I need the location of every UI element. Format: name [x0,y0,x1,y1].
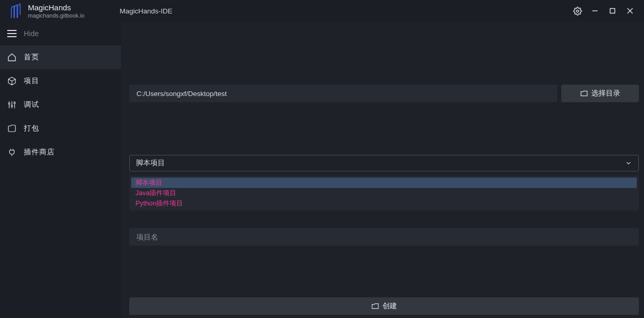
sidebar-item-label: 插件商店 [24,148,55,157]
dropdown-option-script[interactable]: 脚本项目 [131,178,637,188]
minimize-button[interactable] [586,0,604,22]
sliders-icon [0,100,24,109]
sidebar-item-package[interactable]: 打包 [0,117,121,140]
svg-rect-2 [610,9,615,13]
choose-directory-label: 选择目录 [591,89,620,98]
settings-button[interactable] [569,0,586,22]
project-type-select[interactable]: 脚本项目 [129,155,639,171]
select-current-label: 脚本项目 [136,158,165,168]
dropdown-option-python[interactable]: Python插件项目 [131,198,637,209]
sidebar-item-label: 打包 [24,124,39,133]
window-title: MagicHands-IDE [119,7,172,15]
svg-point-13 [14,102,16,104]
package-icon [0,124,24,133]
sidebar: Hide 首页 项目 调试 打包 [0,22,121,318]
sidebar-toggle[interactable]: Hide [0,22,121,45]
sidebar-item-project[interactable]: 项目 [0,69,121,93]
svg-point-9 [8,103,10,104]
app-logo [5,3,26,19]
folder-icon [371,303,379,310]
sidebar-item-label: 首页 [24,53,39,62]
create-label: 创建 [382,301,397,311]
svg-point-0 [576,10,578,12]
brand-title: MagicHands [28,3,84,12]
chevron-down-icon [625,160,632,167]
hide-label: Hide [24,29,39,38]
sidebar-item-label: 项目 [24,76,39,86]
folder-icon [580,90,588,97]
sidebar-item-home[interactable]: 首页 [0,45,121,69]
svg-point-11 [11,105,13,107]
project-type-dropdown: 脚本项目 Java插件项目 Python插件项目 [129,176,639,211]
brand-subtitle: magichands.gitbook.io [28,12,84,19]
main-panel: 选择目录 脚本项目 脚本项目 Java插件项目 Python插件项目 [121,22,644,318]
hamburger-icon [0,30,24,37]
maximize-button[interactable] [604,0,621,22]
cube-icon [0,76,24,86]
close-button[interactable] [621,0,639,22]
choose-directory-button[interactable]: 选择目录 [561,85,639,102]
brand: MagicHands magichands.gitbook.io [28,3,84,19]
sidebar-item-plugin-store[interactable]: 插件商店 [0,140,121,164]
path-input[interactable] [129,85,557,102]
plug-icon [0,148,24,157]
home-icon [0,53,24,62]
create-button[interactable]: 创建 [129,297,639,315]
sidebar-item-debug[interactable]: 调试 [0,93,121,117]
titlebar: MagicHands magichands.gitbook.io MagicHa… [0,0,644,22]
project-name-input[interactable] [129,228,639,246]
sidebar-item-label: 调试 [24,100,39,109]
dropdown-option-java[interactable]: Java插件项目 [131,188,637,198]
